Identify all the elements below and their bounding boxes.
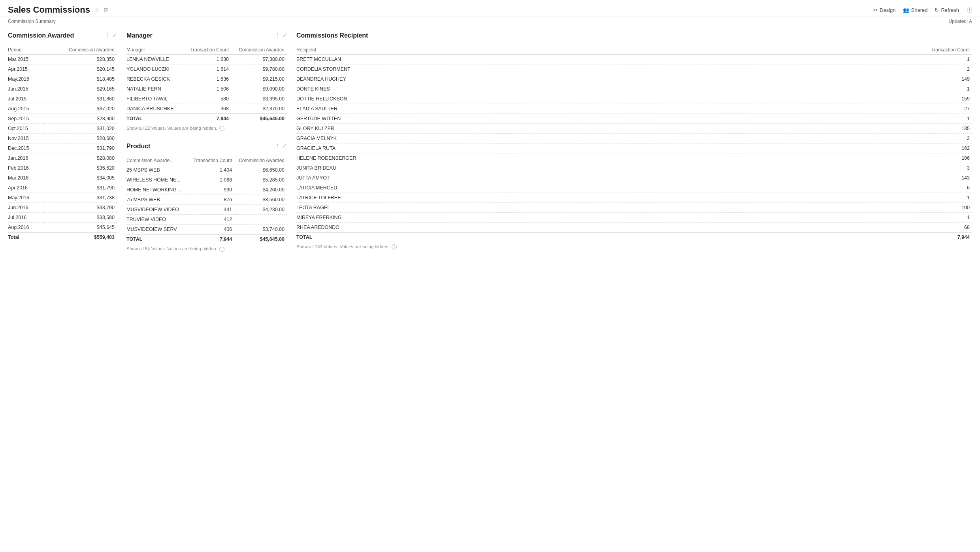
- info-action[interactable]: i: [966, 8, 972, 13]
- product-expand-icon[interactable]: ⤢: [283, 143, 287, 149]
- total-label: Total: [8, 233, 44, 242]
- count-cell: 1: [704, 193, 972, 203]
- count-cell: 1: [704, 84, 972, 94]
- product-header: Product ⋮ ⤢: [126, 143, 287, 154]
- period-cell: Mar.2016: [8, 173, 44, 183]
- period-cell: Mar.2015: [8, 55, 44, 64]
- commission-awarded-table: Period Commission Awarded Mar.2015 $28,3…: [8, 45, 117, 242]
- refresh-action[interactable]: ↻ Refresh: [935, 7, 959, 13]
- recipient-cell: HELENE RODENBERGER: [296, 153, 704, 163]
- more-options-icon[interactable]: ⋮: [105, 32, 110, 38]
- count-cell: 2: [704, 134, 972, 144]
- recipient-cell: MIREYA FRERKING: [296, 213, 704, 223]
- favorite-icon[interactable]: ☆: [94, 6, 100, 14]
- manager-cell: NATALIE FERN: [126, 84, 184, 94]
- count-cell: 3: [704, 163, 972, 173]
- product-show-all[interactable]: Show all 54 Values. Values are being hid…: [126, 246, 287, 251]
- table-row: JUNITA BRIDEAU 3: [296, 163, 972, 173]
- table-row: GERTUDE WITTEN 1: [296, 114, 972, 124]
- period-cell: Jul.2016: [8, 213, 44, 223]
- commission-awarded-header: Commission Awarded ⋮ ⤢: [8, 32, 117, 43]
- product-cell: WIRELESS HOME NE...: [126, 175, 190, 185]
- table-row: GRACIA MELNYK 2: [296, 134, 972, 144]
- amount-cell: $31,860: [44, 94, 117, 104]
- recipient-show-all[interactable]: Show all 133 Values. Values are being hi…: [296, 244, 972, 250]
- recipient-cell: DOTTIE HELLICKSON: [296, 94, 704, 104]
- recipient-cell: RHEA AREDONDO: [296, 223, 704, 233]
- recipient-hidden-note: Values are being hidden.: [340, 244, 390, 249]
- total-amount: $45,645.00: [231, 114, 287, 124]
- product-cell: MUSVIDEOIEW VIDEO: [126, 205, 190, 215]
- amount-cell: $31,790: [44, 183, 117, 193]
- table-row: May.2016 $31,738: [8, 193, 117, 203]
- layout-icon[interactable]: ⊞: [104, 6, 109, 14]
- table-row: MUSVIDEOIEW SERV 406 $3,740.00: [126, 225, 287, 234]
- period-cell: Jun.2015: [8, 84, 44, 94]
- recipient-show-all-link[interactable]: Show all 133 Values.: [296, 244, 339, 249]
- total-label: TOTAL: [126, 114, 184, 124]
- recipient-cell: LATRICE TOLFREE: [296, 193, 704, 203]
- manager-table: Manager Transaction Count Commission Awa…: [126, 45, 287, 123]
- amount-cell: $4,230.00: [234, 205, 287, 215]
- amount-cell: $33,790: [44, 203, 117, 213]
- period-cell: Jul.2015: [8, 94, 44, 104]
- product-cell: TRUVIEW VIDEO: [126, 215, 190, 225]
- shared-action[interactable]: 👥 Shared: [903, 7, 928, 13]
- count-cell: 930: [190, 185, 234, 195]
- period-cell: Aug.2015: [8, 104, 44, 114]
- amount-cell: $31,738: [44, 193, 117, 203]
- shared-label: Shared: [911, 7, 928, 13]
- amount-cell: $35,520: [44, 163, 117, 173]
- manager-more-icon[interactable]: ⋮: [275, 32, 280, 38]
- product-cell: MUSVIDEOIEW SERV: [126, 225, 190, 234]
- recipient-cell: GLORY KULZER: [296, 124, 704, 134]
- count-cell: 441: [190, 205, 234, 215]
- table-row: Oct.2015 $31,020: [8, 124, 117, 134]
- manager-expand-icon[interactable]: ⤢: [283, 32, 287, 38]
- amount-col-header: Commission Awarded: [44, 45, 117, 55]
- table-row: JUTTA AMYOT 143: [296, 173, 972, 183]
- product-show-all-link[interactable]: Show all 54 Values.: [126, 246, 166, 251]
- product-cell: 25 MBPS WEB: [126, 165, 190, 175]
- manager-controls: ⋮ ⤢: [275, 32, 287, 38]
- refresh-label: Refresh: [941, 7, 959, 13]
- recipient-cell: JUTTA AMYOT: [296, 173, 704, 183]
- expand-icon[interactable]: ⤢: [113, 32, 117, 38]
- recipient-cell: LATICIA MERCED: [296, 183, 704, 193]
- count-cell: 6: [704, 183, 972, 193]
- recipient-info-icon: i: [392, 244, 397, 250]
- updated-text: Updated: A: [949, 19, 972, 24]
- count-cell: 1: [704, 213, 972, 223]
- manager-show-all[interactable]: Show all 22 Values. Values are being hid…: [126, 126, 287, 131]
- amount-cell: $20,145: [44, 64, 117, 74]
- count-cell: 1: [704, 55, 972, 64]
- period-cell: Feb.2016: [8, 163, 44, 173]
- commission-summary-label: Commission Summary: [8, 19, 56, 24]
- table-row: Aug.2016 $45,645: [8, 223, 117, 233]
- total-row: TOTAL 7,944 $45,645.00: [126, 114, 287, 124]
- period-cell: Apr.2016: [8, 183, 44, 193]
- recipient-cell: GRACIELA RUTA: [296, 144, 704, 153]
- amount-cell: [234, 215, 287, 225]
- table-row: LEOTA RAGEL 100: [296, 203, 972, 213]
- page-title: Sales Commissions: [8, 5, 90, 15]
- recipient-tx-count-col-header: Transaction Count: [704, 45, 972, 55]
- count-cell: 1,404: [190, 165, 234, 175]
- product-controls: ⋮ ⤢: [275, 143, 287, 149]
- period-cell: Jan.2016: [8, 153, 44, 163]
- manager-show-all-link[interactable]: Show all 22 Values.: [126, 126, 166, 130]
- product-info-icon: i: [219, 247, 224, 252]
- manager-col-header: Manager: [126, 45, 184, 55]
- count-cell: 135: [704, 124, 972, 134]
- count-cell: 1,638: [184, 55, 231, 64]
- amount-cell: $4,260.00: [234, 185, 287, 195]
- table-row: REBECKA GESICK 1,536 $9,215.00: [126, 74, 287, 84]
- product-more-icon[interactable]: ⋮: [275, 143, 280, 149]
- count-cell: 106: [704, 153, 972, 163]
- table-row: Feb.2016 $35,520: [8, 163, 117, 173]
- amount-cell: $8,560.00: [234, 195, 287, 205]
- total-count: 7,944: [184, 114, 231, 124]
- design-action[interactable]: ✂ Design: [873, 7, 895, 13]
- amount-cell: $3,395.00: [231, 94, 287, 104]
- table-row: 75 MBPS WEB 876 $8,560.00: [126, 195, 287, 205]
